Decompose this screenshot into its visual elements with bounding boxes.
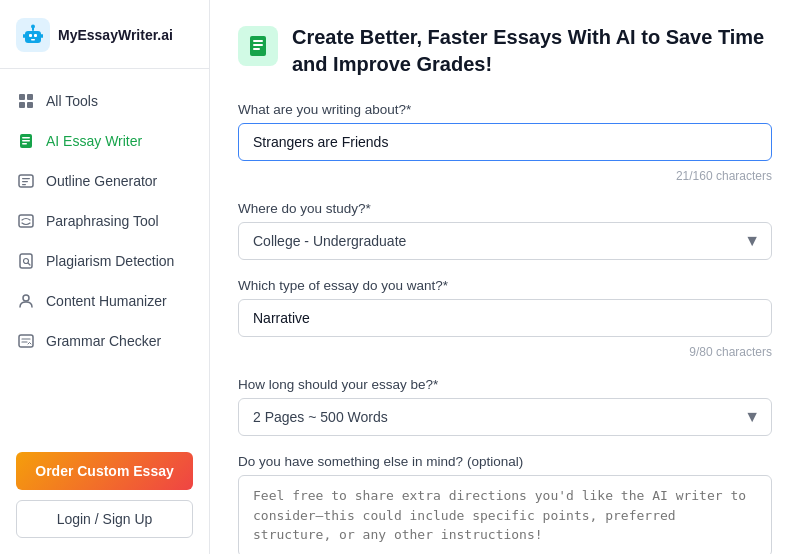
sidebar: MyEssayWriter.ai All Tools xyxy=(0,0,210,554)
svg-rect-18 xyxy=(22,178,30,179)
essay-type-input[interactable] xyxy=(238,299,772,337)
topic-input[interactable] xyxy=(238,123,772,161)
essay-type-group: Which type of essay do you want?* 9/80 c… xyxy=(238,278,772,359)
svg-rect-16 xyxy=(22,143,27,145)
extra-textarea[interactable] xyxy=(238,475,772,554)
svg-rect-15 xyxy=(22,140,30,142)
essay-type-label: Which type of essay do you want?* xyxy=(238,278,772,293)
svg-rect-25 xyxy=(19,335,33,347)
document-icon xyxy=(246,34,270,58)
sidebar-item-content-humanizer-label: Content Humanizer xyxy=(46,293,167,309)
sidebar-item-all-tools-label: All Tools xyxy=(46,93,98,109)
svg-rect-21 xyxy=(19,215,33,227)
extra-label: Do you have something else in mind? (opt… xyxy=(238,454,772,469)
logo-text: MyEssayWriter.ai xyxy=(58,27,173,43)
svg-rect-20 xyxy=(22,184,26,185)
sidebar-buttons: Order Custom Essay Login / Sign Up xyxy=(0,436,209,554)
essay-length-label: How long should your essay be?* xyxy=(238,377,772,392)
svg-rect-3 xyxy=(34,34,37,37)
header-icon xyxy=(238,26,278,66)
sidebar-item-ai-essay-writer-label: AI Essay Writer xyxy=(46,133,142,149)
topic-group: What are you writing about?* 21/160 char… xyxy=(238,102,772,183)
sidebar-item-paraphrasing-tool-label: Paraphrasing Tool xyxy=(46,213,159,229)
study-label: Where do you study?* xyxy=(238,201,772,216)
length-select[interactable]: 1 Page ~ 250 Words 2 Pages ~ 500 Words 3… xyxy=(238,398,772,436)
svg-rect-10 xyxy=(27,94,33,100)
svg-rect-28 xyxy=(253,44,263,46)
svg-rect-9 xyxy=(19,94,25,100)
svg-rect-7 xyxy=(23,34,25,38)
page-header: Create Better, Faster Essays With AI to … xyxy=(238,24,772,78)
svg-rect-27 xyxy=(253,40,263,42)
sidebar-item-ai-essay-writer[interactable]: AI Essay Writer xyxy=(0,121,209,161)
svg-rect-1 xyxy=(25,31,41,43)
extra-group: Do you have something else in mind? (opt… xyxy=(238,454,772,554)
svg-rect-2 xyxy=(29,34,32,37)
svg-rect-8 xyxy=(41,34,43,38)
essay-length-group: How long should your essay be?* 1 Page ~… xyxy=(238,377,772,436)
svg-rect-11 xyxy=(19,102,25,108)
svg-point-24 xyxy=(23,295,29,301)
svg-rect-14 xyxy=(22,137,30,139)
essay-form: What are you writing about?* 21/160 char… xyxy=(238,102,772,554)
svg-point-6 xyxy=(31,25,35,29)
topic-label: What are you writing about?* xyxy=(238,102,772,117)
main-content: Create Better, Faster Essays With AI to … xyxy=(210,0,800,554)
svg-rect-29 xyxy=(253,48,260,50)
plagiarism-icon xyxy=(16,251,36,271)
length-select-wrapper: 1 Page ~ 250 Words 2 Pages ~ 500 Words 3… xyxy=(238,398,772,436)
essay-icon xyxy=(16,131,36,151)
essay-type-char-count: 9/80 characters xyxy=(238,345,772,359)
paraphrase-icon xyxy=(16,211,36,231)
study-group: Where do you study?* High School College… xyxy=(238,201,772,260)
study-select-wrapper: High School College - Undergraduate Coll… xyxy=(238,222,772,260)
sidebar-item-content-humanizer[interactable]: Content Humanizer xyxy=(0,281,209,321)
humanizer-icon xyxy=(16,291,36,311)
study-select[interactable]: High School College - Undergraduate Coll… xyxy=(238,222,772,260)
login-signup-button[interactable]: Login / Sign Up xyxy=(16,500,193,538)
sidebar-item-paraphrasing-tool[interactable]: Paraphrasing Tool xyxy=(0,201,209,241)
order-custom-essay-button[interactable]: Order Custom Essay xyxy=(16,452,193,490)
grammar-icon xyxy=(16,331,36,351)
sidebar-item-grammar-checker[interactable]: Grammar Checker xyxy=(0,321,209,361)
logo-area: MyEssayWriter.ai xyxy=(0,0,209,69)
svg-rect-4 xyxy=(31,39,35,41)
outline-icon xyxy=(16,171,36,191)
sidebar-item-plagiarism-detection-label: Plagiarism Detection xyxy=(46,253,174,269)
sidebar-nav: All Tools AI Essay Writer xyxy=(0,69,209,436)
sidebar-item-outline-generator[interactable]: Outline Generator xyxy=(0,161,209,201)
sidebar-item-plagiarism-detection[interactable]: Plagiarism Detection xyxy=(0,241,209,281)
page-title: Create Better, Faster Essays With AI to … xyxy=(292,24,772,78)
grid-icon xyxy=(16,91,36,111)
logo-icon xyxy=(16,18,50,52)
svg-rect-12 xyxy=(27,102,33,108)
topic-char-count: 21/160 characters xyxy=(238,169,772,183)
sidebar-item-all-tools[interactable]: All Tools xyxy=(0,81,209,121)
sidebar-item-grammar-checker-label: Grammar Checker xyxy=(46,333,161,349)
svg-rect-22 xyxy=(20,254,32,268)
svg-rect-19 xyxy=(22,181,28,182)
sidebar-item-outline-generator-label: Outline Generator xyxy=(46,173,157,189)
